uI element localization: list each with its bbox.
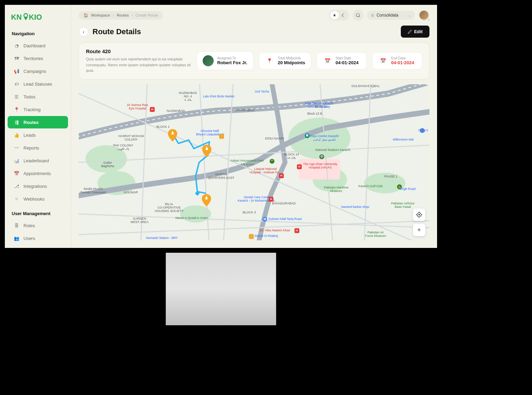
- breadcrumb: 🏠 Workspace › Routes › Create Route: [79, 11, 163, 20]
- main-content: 🏠 Workspace › Routes › Create Route ☀ ☾: [71, 5, 437, 248]
- sun-icon[interactable]: ☀: [330, 11, 339, 19]
- user-menu[interactable]: ⌄: [418, 10, 429, 21]
- midpoints-label: Total Midpoints: [278, 56, 305, 60]
- svg-text:KN: KN: [11, 13, 22, 21]
- sidebar: KN KIO Navigation ◔Dashboard🗺Territories…: [5, 5, 71, 248]
- sidebar-item-integrations[interactable]: ⎇Integrations: [8, 180, 68, 192]
- route-name: Route 420: [86, 48, 191, 54]
- hospital-marker: H: [294, 228, 299, 233]
- topbar: 🏠 Workspace › Routes › Create Route ☀ ☾: [71, 5, 437, 26]
- assigned-label: Assigned To: [217, 56, 247, 60]
- hospital-marker: H: [150, 107, 155, 112]
- poi-marker: 📍: [420, 128, 425, 133]
- hospital-marker: H: [279, 173, 284, 178]
- end-value: 04-01-2024: [391, 60, 414, 65]
- svg-point-22: [419, 214, 420, 215]
- shield-icon: 🗄: [14, 223, 19, 228]
- sidebar-item-appointments[interactable]: 📅Appointments: [8, 167, 68, 180]
- sidebar-item-label: Appointments: [23, 171, 51, 176]
- edit-button[interactable]: Edit: [401, 26, 429, 38]
- list-icon: ☰: [14, 94, 19, 99]
- svg-point-6: [86, 145, 127, 173]
- chart-icon: 〰: [14, 145, 19, 151]
- sidebar-item-campaigns[interactable]: 📢Campaigns: [8, 65, 68, 77]
- page-header: ‹ Route Details Edit: [71, 26, 437, 42]
- park-marker: ⛳: [397, 184, 402, 189]
- route-pin[interactable]: [168, 129, 177, 142]
- route-info-panel: Route 420 Quis autem vel eum iure repreh…: [79, 42, 429, 79]
- org-label: Consolidata: [377, 13, 398, 18]
- chevron-down-icon: ⌄: [408, 13, 411, 17]
- svg-text:KIO: KIO: [29, 13, 42, 21]
- hospital-marker: H: [297, 164, 302, 169]
- pin-icon: 📍: [14, 107, 19, 112]
- sidebar-item-label: Campaigns: [23, 69, 46, 74]
- sidebar-item-leaderboard[interactable]: 📊Leaderboard: [8, 154, 68, 167]
- org-selector[interactable]: ୪ Consolidata ⌄: [367, 11, 415, 20]
- nav-section-title-user: User Management: [5, 208, 71, 219]
- monitor-stand: [166, 253, 276, 325]
- calendar-icon: 📅: [14, 171, 19, 176]
- start-value: 04-01-2024: [336, 60, 359, 65]
- route-description: Quis autem vel eum iure reprehenderit qu…: [86, 56, 191, 74]
- sidebar-item-todos[interactable]: ☰Todos: [8, 90, 68, 103]
- sidebar-item-tracking[interactable]: 📍Tracking: [8, 103, 68, 116]
- tag-icon: 🏷: [14, 81, 19, 87]
- edit-label: Edit: [414, 29, 423, 34]
- pencil-icon: [408, 30, 412, 34]
- sidebar-item-leads[interactable]: 👍Leads: [8, 129, 68, 141]
- chevron-icon: ›: [132, 13, 133, 17]
- sidebar-item-label: Leaderboard: [23, 158, 49, 163]
- park-marker: 🏛: [305, 133, 310, 138]
- map-zoom-in-button[interactable]: +: [413, 224, 425, 236]
- breadcrumb-item[interactable]: Workspace: [91, 13, 110, 17]
- sidebar-item-label: Users: [23, 236, 35, 241]
- moon-icon[interactable]: ☾: [339, 11, 348, 19]
- sidebar-item-label: Routes: [23, 120, 39, 125]
- route-pin[interactable]: [202, 194, 211, 206]
- breadcrumb-item: Create Route: [135, 13, 158, 17]
- svg-point-1: [24, 13, 28, 17]
- food-marker: 🍴: [249, 234, 254, 239]
- home-icon[interactable]: 🏠: [84, 13, 88, 18]
- sidebar-item-reports[interactable]: 〰Reports: [8, 142, 68, 154]
- sidebar-item-territories[interactable]: 🗺Territories: [8, 52, 68, 65]
- sidebar-item-label: Territories: [23, 56, 43, 61]
- assignee-avatar: [203, 55, 214, 66]
- brand-logo[interactable]: KN KIO: [5, 8, 71, 28]
- assigned-value: Robert Fox Jr.: [217, 60, 247, 65]
- map-locate-button[interactable]: [413, 209, 425, 221]
- sidebar-item-roles[interactable]: 🗄Roles: [8, 219, 68, 232]
- sidebar-item-users[interactable]: 👥Users: [8, 232, 68, 244]
- svg-point-11: [364, 173, 406, 193]
- sidebar-item-dashboard[interactable]: ◔Dashboard: [8, 39, 68, 52]
- calendar-icon: 📅: [378, 56, 388, 66]
- chevron-icon: ›: [113, 13, 114, 17]
- chevron-down-icon: ⌄: [428, 18, 431, 21]
- nav-section-title: Navigation: [5, 28, 71, 39]
- sidebar-item-routes[interactable]: ⇶Routes: [8, 116, 68, 128]
- map[interactable]: NAZIMABADNO. 4بلاک 4 NAZIMABAD SHARIFABA…: [79, 84, 429, 241]
- sidebar-item-label: Dashboard: [23, 43, 46, 48]
- user-avatar: [419, 11, 428, 20]
- search-button[interactable]: [352, 10, 364, 21]
- midpoints-value: 20 Midpoints: [278, 60, 305, 65]
- end-date-card: 📅 End Date 04-01-2024: [372, 52, 422, 69]
- svg-line-4: [359, 16, 360, 17]
- route-pin[interactable]: [202, 145, 212, 157]
- theme-toggle[interactable]: ☀ ☾: [329, 10, 349, 21]
- sidebar-item-lead-statuses[interactable]: 🏷Lead Statuses: [8, 78, 68, 90]
- midpoints-card: 📍 Total Midpoints 20 Midpoints: [259, 52, 311, 69]
- start-label: Start Date: [336, 56, 359, 60]
- park-marker: 🌳: [270, 159, 274, 164]
- sidebar-item-label: Lead Statuses: [23, 81, 52, 87]
- back-button[interactable]: ‹: [79, 27, 88, 37]
- breadcrumb-item[interactable]: Routes: [117, 13, 129, 17]
- topbar-right: ☀ ☾ ୪ Consolidata ⌄ ⌄: [329, 10, 429, 21]
- start-date-card: 📅 Start Date 04-01-2024: [317, 52, 367, 69]
- calendar-icon: 📅: [322, 56, 332, 66]
- thumb-icon: 👍: [14, 132, 19, 138]
- end-label: End Date: [391, 56, 414, 60]
- food-marker: 🍴: [219, 134, 224, 139]
- sidebar-item-webhooks[interactable]: ⑂Webhooks: [8, 193, 68, 205]
